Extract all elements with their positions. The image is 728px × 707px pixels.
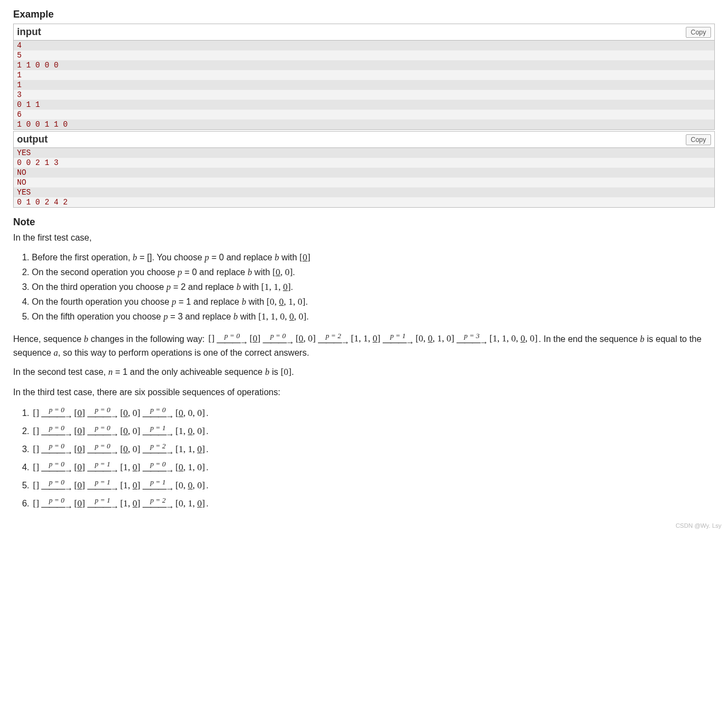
step-item: On the second operation you choose p = 0…: [32, 266, 715, 279]
sequences-list: []p = 0———→[0]p = 0———→[0, 0]p = 0———→[0…: [32, 406, 715, 511]
io-line: 4: [14, 41, 714, 50]
step-item: Before the first operation, b = []. You …: [32, 252, 715, 264]
step-item: On the third operation you choose p = 2 …: [32, 281, 715, 294]
note-intro: In the first test case,: [13, 232, 715, 244]
input-header: input Copy: [14, 24, 714, 41]
sequence-item: []p = 0———→[0]p = 1———→[1, 0]p = 0———→[0…: [32, 460, 715, 475]
note-title: Note: [13, 215, 715, 229]
output-block: output Copy YES0 0 2 1 3NONOYES0 1 0 2 4…: [13, 131, 715, 208]
hence-paragraph: Hence, sequence b changes in the followi…: [13, 332, 715, 359]
output-lines: YES0 0 2 1 3NONOYES0 1 0 2 4 2: [14, 148, 714, 207]
io-line: YES: [14, 148, 714, 158]
watermark: CSDN @Wy. Lsy: [675, 522, 721, 529]
io-line: 1 1 0 0 0: [14, 60, 714, 70]
io-line: NO: [14, 168, 714, 178]
copy-output-button[interactable]: Copy: [686, 134, 711, 145]
io-line: 0 1 0 2 4 2: [14, 197, 714, 207]
io-line: 1: [14, 80, 714, 90]
io-line: 6: [14, 110, 714, 119]
io-line: 5: [14, 50, 714, 60]
output-header: output Copy: [14, 132, 714, 148]
sequence-item: []p = 0———→[0]p = 0———→[0, 0]p = 0———→[0…: [32, 406, 715, 421]
sequence-item: []p = 0———→[0]p = 1———→[1, 0]p = 2———→[0…: [32, 497, 715, 511]
step-item: On the fourth operation you choose p = 1…: [32, 296, 715, 309]
input-label: input: [17, 26, 41, 38]
io-line: NO: [14, 178, 714, 187]
input-lines: 451 1 0 0 01130 1 161 0 0 1 1 0: [14, 41, 714, 129]
third-case-intro: In the third test case, there are six po…: [13, 386, 715, 398]
note-body: Note In the first test case, Before the …: [13, 215, 715, 511]
copy-input-button[interactable]: Copy: [686, 27, 711, 38]
io-line: 3: [14, 90, 714, 100]
io-line: 1 0 0 1 1 0: [14, 119, 714, 129]
input-block: input Copy 451 1 0 0 01130 1 161 0 0 1 1…: [13, 24, 715, 130]
sequence-item: []p = 0———→[0]p = 0———→[0, 0]p = 2———→[1…: [32, 442, 715, 457]
output-label: output: [17, 134, 48, 145]
sequence-item: []p = 0———→[0]p = 0———→[0, 0]p = 1———→[1…: [32, 424, 715, 439]
steps-list: Before the first operation, b = []. You …: [32, 252, 715, 323]
sequence-item: []p = 0———→[0]p = 1———→[1, 0]p = 1———→[0…: [32, 478, 715, 493]
io-line: YES: [14, 187, 714, 197]
second-case: In the second test case, n = 1 and the o…: [13, 366, 715, 379]
step-item: On the fifth operation you choose p = 3 …: [32, 311, 715, 323]
io-line: 0 0 2 1 3: [14, 158, 714, 168]
io-line: 1: [14, 70, 714, 80]
example-title: Example: [13, 9, 715, 20]
io-line: 0 1 1: [14, 100, 714, 110]
